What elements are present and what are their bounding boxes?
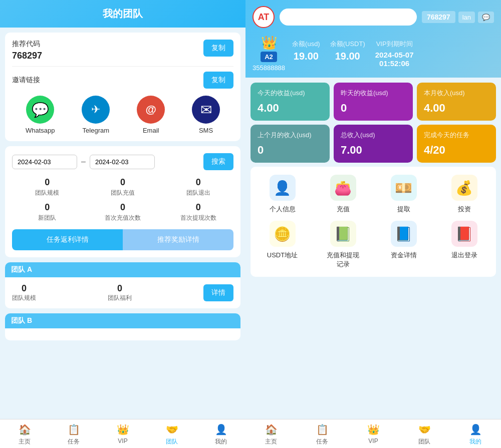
right-nav-vip[interactable]: 👑 VIP [362,423,385,446]
left-panel: 我的团队 推荐代码 768297 复制 邀请链接 复制 💬 [0,0,245,448]
invite-row: 邀请链接 复制 [12,72,233,89]
recharge-icon: 👛 [330,175,356,201]
left-title: 我的团队 [103,8,143,19]
search-button[interactable]: 搜索 [203,153,233,170]
vip-icon: 👑 [117,423,129,435]
daily-task-card: 完成今天的任务 4/20 [417,125,496,163]
stat-first-recharge: 0 首次充值次数 [88,202,158,222]
search-input[interactable] [280,9,417,26]
left-nav-home[interactable]: 🏠 主页 [14,423,36,446]
balance-grid: 余额(usd) 19.00 余额(USDT) 19.00 VIP到期时间 202… [292,40,494,68]
right-bottom-nav: 🏠 主页 📋 任务 👑 VIP 🤝 团队 👤 我的 [245,419,501,448]
date-filter-card: – 搜索 0 团队规模 0 团队充值 0 团队退出 [5,146,240,257]
right-header-top: AT 768297 lan 💬 [253,6,494,28]
level-badge: A2 [261,52,277,62]
home-icon: 🏠 [19,423,31,435]
usdt-icon: 🪙 [270,221,296,247]
divider [12,66,233,67]
balance-usd: 余额(usd) 19.00 [292,40,320,68]
right-header: AT 768297 lan 💬 👑 A2 355888888 余额(usd) 1… [245,0,501,78]
right-panel: AT 768297 lan 💬 👑 A2 355888888 余额(usd) 1… [245,0,501,448]
left-nav-task[interactable]: 📋 任务 [63,423,85,446]
email-icon: @ [137,96,165,124]
right-nav-task[interactable]: 📋 任务 [311,423,334,446]
task-icon: 📋 [68,423,80,435]
right-vip-icon: 👑 [367,423,380,435]
right-mine-icon: 👤 [469,423,482,435]
menu-profile[interactable]: 👤 个人信息 [256,175,309,214]
at-logo: AT [253,6,275,28]
team-a-detail-button[interactable]: 详情 [203,284,233,301]
left-bottom-nav: 🏠 主页 📋 任务 👑 VIP 🤝 团队 👤 我的 [0,419,245,448]
right-content: 今天的收益(usd) 4.00 昨天的收益(usd) 0 本月收入(usd) 4… [245,78,501,419]
stats-grid-top: 0 团队规模 0 团队充值 0 团队退出 [12,177,233,197]
team-a-welfare: 0 团队福利 [108,283,132,302]
referral-label: 推荐代码 [12,40,42,49]
menu-recharge[interactable]: 👛 充值 [316,175,370,214]
message-badge[interactable]: 💬 [478,12,494,23]
task-rebate-button[interactable]: 任务返利详情 [12,229,123,250]
balance-usdt: 余额(USDT) 19.00 [330,40,365,68]
copy-code-button[interactable]: 复制 [203,40,233,57]
profile-icon: 👤 [270,175,296,201]
last-month-income-card: 上个月的收入(usd) 0 [250,125,330,163]
left-nav-mine[interactable]: 👤 我的 [210,423,232,446]
date-to-input[interactable] [90,155,155,169]
share-whatsapp[interactable]: 💬 Whatsapp [26,96,55,134]
referral-code-row: 推荐代码 768297 复制 [12,40,233,61]
team-b-body [5,328,240,340]
stat-team-withdraw: 0 团队退出 [163,177,233,197]
team-a-size: 0 团队规模 [12,283,36,302]
menu-usdt[interactable]: 🪙 USDT地址 [256,221,309,269]
date-from-input[interactable] [12,155,77,169]
today-earnings-card: 今天的收益(usd) 4.00 [250,83,330,121]
telegram-icon: ✈ [82,96,110,124]
lang-badge[interactable]: lan [458,12,475,23]
records-icon: 📗 [330,221,356,247]
invite-label: 邀请链接 [12,76,40,85]
crown-icon: 👑 [261,35,277,51]
withdraw-icon: 💴 [391,175,417,201]
share-email[interactable]: @ Email [137,96,165,134]
menu-fund-detail[interactable]: 📘 资金详情 [377,221,430,269]
month-income-card: 本月收入(usd) 4.00 [417,83,496,121]
team-b-header: 团队 B [5,313,240,328]
stat-first-withdraw: 0 首次提现次数 [163,202,233,222]
left-header: 我的团队 [0,0,245,28]
menu-withdraw[interactable]: 💴 提取 [377,175,430,214]
stat-team-recharge: 0 团队充值 [88,177,158,197]
fund-detail-icon: 📘 [391,221,417,247]
total-income-card: 总收入(usd) 7.00 [334,125,413,163]
date-row: – 搜索 [12,153,233,170]
team-a-body: 0 团队规模 0 团队福利 详情 [5,277,240,308]
left-nav-vip[interactable]: 👑 VIP [112,423,134,446]
stats-grid-bottom: 0 新团队 0 首次充值次数 0 首次提现次数 [12,202,233,222]
crown-avatar: 👑 A2 355888888 [253,35,285,72]
share-telegram[interactable]: ✈ Telegram [82,96,110,134]
right-nav-team[interactable]: 🤝 团队 [413,423,436,446]
copy-invite-button[interactable]: 复制 [203,72,233,89]
account-number: 355888888 [253,64,285,72]
quick-menu: 👤 个人信息 👛 充值 💴 提取 💰 投资 🪙 USDT地址 📗 充值和 [250,167,496,277]
sms-icon: ✉ [192,96,220,124]
user-info-row: 👑 A2 355888888 余额(usd) 19.00 余额(USDT) 19… [253,35,494,72]
share-icons: 💬 Whatsapp ✈ Telegram @ Email [12,96,233,134]
mine-icon: 👤 [215,423,227,435]
left-nav-team[interactable]: 🤝 团队 [161,423,183,446]
referral-reward-button[interactable]: 推荐奖励详情 [123,229,233,250]
invest-icon: 💰 [451,175,477,201]
logout-icon: 📕 [451,221,477,247]
stat-new-team: 0 新团队 [12,202,83,222]
right-task-icon: 📋 [316,423,329,435]
right-nav-mine[interactable]: 👤 我的 [464,423,487,446]
team-b-section: 团队 B [5,313,240,340]
stat-cards-row2: 上个月的收入(usd) 0 总收入(usd) 7.00 完成今天的任务 4/20 [250,125,496,163]
stat-cards-row1: 今天的收益(usd) 4.00 昨天的收益(usd) 0 本月收入(usd) 4… [250,83,496,121]
menu-invest[interactable]: 💰 投资 [437,175,491,214]
right-nav-home[interactable]: 🏠 主页 [260,423,283,446]
share-sms[interactable]: ✉ SMS [192,96,220,134]
menu-records[interactable]: 📗 充值和提现记录 [316,221,370,269]
team-a-section: 团队 A 0 团队规模 0 团队福利 详情 [5,262,240,308]
right-team-icon: 🤝 [418,423,431,435]
menu-logout[interactable]: 📕 退出登录 [437,221,491,269]
